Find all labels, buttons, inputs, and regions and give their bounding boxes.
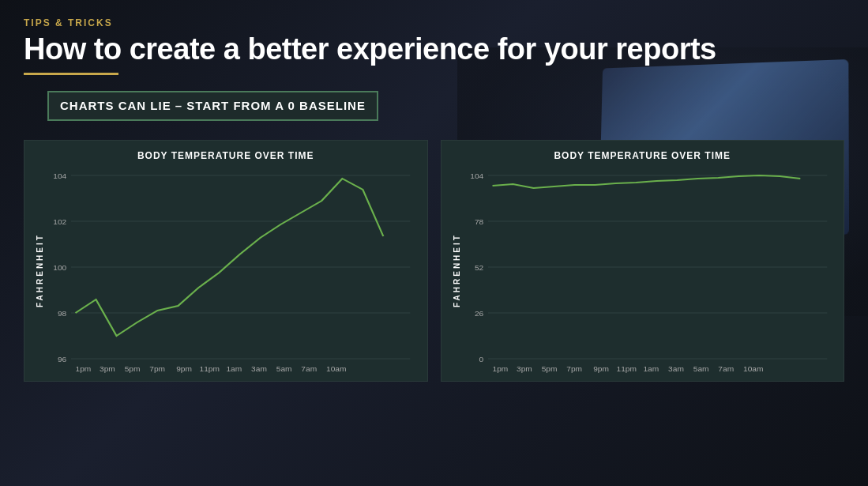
- svg-text:5am: 5am: [276, 364, 292, 372]
- svg-text:98: 98: [58, 309, 66, 317]
- svg-text:52: 52: [474, 263, 483, 271]
- charts-container: BODY TEMPERATURE OVER TIME FAHRENHEIT 10…: [0, 140, 868, 382]
- svg-text:10am: 10am: [743, 364, 763, 372]
- title-underline: [24, 73, 118, 75]
- svg-text:3pm: 3pm: [517, 364, 532, 372]
- svg-text:104: 104: [53, 171, 67, 179]
- chart1-y-axis-label: FAHRENHEIT: [32, 168, 44, 373]
- svg-text:7pm: 7pm: [566, 364, 582, 372]
- svg-text:7am: 7am: [301, 364, 317, 372]
- chart1-box: BODY TEMPERATURE OVER TIME FAHRENHEIT 10…: [24, 140, 428, 382]
- svg-text:100: 100: [53, 263, 66, 271]
- svg-text:7pm: 7pm: [149, 364, 165, 372]
- svg-text:5am: 5am: [693, 364, 708, 372]
- svg-text:7am: 7am: [718, 364, 734, 372]
- svg-text:5pm: 5pm: [541, 364, 557, 372]
- svg-text:1am: 1am: [643, 364, 659, 372]
- svg-text:96: 96: [58, 355, 66, 363]
- main-title: How to create a better experience for yo…: [24, 33, 844, 66]
- svg-text:9pm: 9pm: [176, 364, 192, 372]
- svg-text:1pm: 1pm: [76, 364, 92, 372]
- svg-text:9pm: 9pm: [593, 364, 609, 372]
- svg-text:78: 78: [474, 217, 483, 225]
- svg-text:26: 26: [474, 309, 483, 317]
- svg-text:0: 0: [479, 355, 483, 363]
- chart1-title: BODY TEMPERATURE OVER TIME: [32, 150, 419, 161]
- chart1-inner: FAHRENHEIT 104 102 100 98 96 1pm: [32, 168, 419, 373]
- svg-text:3pm: 3pm: [100, 364, 115, 372]
- section-banner: CHARTS CAN LIE – START FROM A 0 BASELINE: [47, 91, 378, 121]
- chart2-y-axis-label: FAHRENHEIT: [449, 168, 461, 373]
- svg-text:11pm: 11pm: [200, 364, 220, 372]
- section-banner-text: CHARTS CAN LIE – START FROM A 0 BASELINE: [60, 99, 366, 112]
- svg-text:104: 104: [470, 171, 484, 179]
- chart2-box: BODY TEMPERATURE OVER TIME FAHRENHEIT 10…: [441, 140, 845, 382]
- chart2-area: 104 78 52 26 0 1pm 3pm 5pm 7pm 9pm 11pm …: [461, 168, 836, 373]
- tips-label: TIPS & TRICKS: [24, 17, 844, 28]
- chart2-svg: 104 78 52 26 0 1pm 3pm 5pm 7pm 9pm 11pm …: [461, 168, 836, 373]
- svg-text:1am: 1am: [226, 364, 242, 372]
- svg-text:1pm: 1pm: [492, 364, 508, 372]
- chart2-inner: FAHRENHEIT 104 78 52 26 0 1pm: [449, 168, 836, 373]
- svg-text:5pm: 5pm: [125, 364, 141, 372]
- svg-text:11pm: 11pm: [616, 364, 636, 372]
- chart2-title: BODY TEMPERATURE OVER TIME: [449, 150, 836, 161]
- svg-text:10am: 10am: [326, 364, 346, 372]
- chart1-area: 104 102 100 98 96 1pm 3pm 5pm 7pm 9pm 11…: [44, 168, 419, 373]
- svg-text:3am: 3am: [251, 364, 267, 372]
- header-section: TIPS & TRICKS How to create a better exp…: [0, 0, 868, 75]
- svg-text:3am: 3am: [668, 364, 684, 372]
- svg-text:102: 102: [53, 217, 66, 225]
- chart1-svg: 104 102 100 98 96 1pm 3pm 5pm 7pm 9pm 11…: [44, 168, 419, 373]
